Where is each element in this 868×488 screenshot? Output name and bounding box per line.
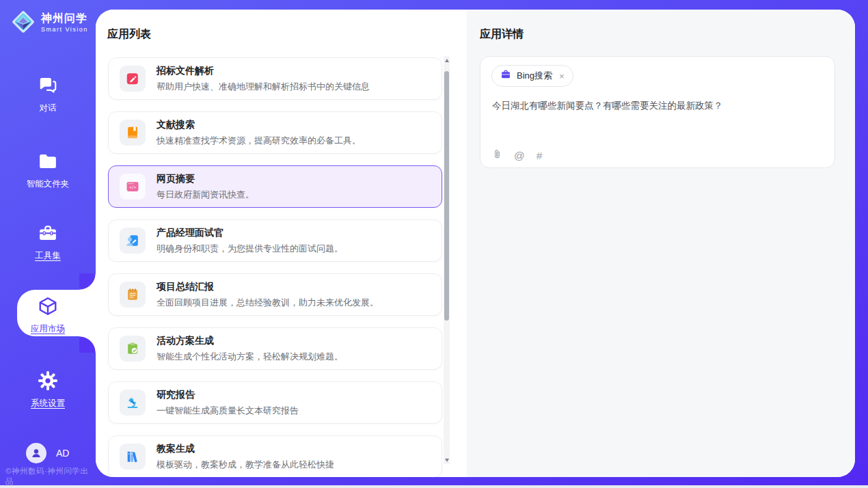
tool-tag-label: Bing搜索 bbox=[517, 70, 552, 82]
tool-tag-bing-search[interactable]: Bing搜索 × bbox=[491, 65, 573, 87]
sidebar-item-settings[interactable]: 系统设置 bbox=[0, 370, 96, 409]
sidebar: 神州问学 Smart Vision 对话 智能文件夹 bbox=[0, 0, 96, 485]
paperclip-icon[interactable] bbox=[492, 148, 502, 163]
app-card-bid-parse[interactable]: 招标文件解析 帮助用户快速、准确地理解和解析招标书中的关键信息 bbox=[108, 57, 442, 100]
book-icon bbox=[120, 120, 146, 146]
app-description: 模板驱动，教案秒成，教学准备从此轻松快捷 bbox=[157, 459, 334, 471]
app-name: 网页摘要 bbox=[157, 173, 254, 185]
app-card-literature-search[interactable]: 文献搜索 快速精准查找学术资源，提高研究效率的必备工具。 bbox=[108, 111, 442, 154]
avatar bbox=[26, 443, 46, 463]
app-card-research-report[interactable]: 研究报告 一键智能生成高质量长文本研究报告 bbox=[108, 381, 442, 424]
sidebar-item-app-market[interactable]: 应用市场 bbox=[0, 296, 96, 335]
scrollbar-thumb[interactable] bbox=[444, 71, 449, 321]
user-account[interactable]: AD bbox=[26, 443, 69, 463]
app-card-lesson-plan[interactable]: 教案生成 模板驱动，教案秒成，教学准备从此轻松快捷 bbox=[108, 435, 442, 477]
books-icon bbox=[120, 444, 146, 470]
app-name: 产品经理面试官 bbox=[157, 227, 343, 239]
interviewer-icon bbox=[120, 228, 146, 254]
scroll-down-arrow-icon[interactable] bbox=[444, 456, 450, 464]
brand-name: 神州问学 bbox=[41, 13, 88, 25]
app-description: 全面回顾项目进展，总结经验教训，助力未来优化发展。 bbox=[157, 297, 379, 309]
app-detail-title: 应用详情 bbox=[480, 27, 524, 42]
pen-square-icon bbox=[120, 66, 146, 92]
copyright-footer: ©神州数码·神州问学出品 bbox=[5, 466, 96, 487]
app-name: 招标文件解析 bbox=[157, 65, 370, 77]
briefcase-icon bbox=[500, 69, 511, 83]
sidebar-item-label: 系统设置 bbox=[31, 398, 65, 409]
chat-icon bbox=[38, 75, 58, 98]
prompt-card: Bing搜索 × 今日湖北有哪些新闻要点？有哪些需要关注的最新政策？ @ # bbox=[480, 56, 835, 168]
sidebar-item-label: 智能文件夹 bbox=[27, 178, 70, 190]
scroll-up-arrow-icon[interactable] bbox=[444, 56, 450, 64]
app-description: 帮助用户快速、准确地理解和解析招标书中的关键信息 bbox=[157, 81, 370, 93]
app-name: 活动方案生成 bbox=[157, 335, 343, 347]
svg-text:</>: </> bbox=[129, 185, 137, 189]
sidebar-item-label: 工具集 bbox=[35, 250, 61, 262]
diamond-logo-icon bbox=[10, 9, 36, 38]
app-name: 项目总结汇报 bbox=[157, 281, 379, 293]
app-detail-panel: 应用详情 Bing搜索 × 今日湖北有哪些新闻要点？有哪些需要关注的最新政策？ bbox=[467, 10, 855, 477]
mention-at-icon[interactable]: @ bbox=[514, 150, 525, 162]
app-card-project-summary[interactable]: 项目总结汇报 全面回顾项目进展，总结经验教训，助力未来优化发展。 bbox=[108, 273, 442, 316]
sidebar-item-label: 对话 bbox=[40, 103, 57, 114]
active-nav-curve-top bbox=[79, 273, 96, 290]
app-frame: 神州问学 Smart Vision 对话 智能文件夹 bbox=[0, 0, 868, 485]
user-name: AD bbox=[56, 448, 69, 459]
app-card-web-summary[interactable]: </> 网页摘要 每日政府新闻资讯快查。 bbox=[108, 165, 442, 208]
app-name: 文献搜索 bbox=[157, 119, 361, 131]
clipboard-check-icon bbox=[120, 336, 146, 362]
app-card-event-plan[interactable]: 活动方案生成 智能生成个性化活动方案，轻松解决规划难题。 bbox=[108, 327, 442, 370]
app-description: 一键智能生成高质量长文本研究报告 bbox=[157, 405, 299, 417]
app-description: 明确身份和职责，为您提供专业性的面试问题。 bbox=[157, 243, 343, 255]
hash-icon[interactable]: # bbox=[537, 150, 543, 162]
sidebar-item-toolset[interactable]: 工具集 bbox=[0, 223, 96, 262]
prompt-text-input[interactable]: 今日湖北有哪些新闻要点？有哪些需要关注的最新政策？ bbox=[492, 99, 821, 113]
person-icon bbox=[30, 447, 42, 459]
toolbox-icon bbox=[38, 223, 58, 246]
sidebar-item-label: 应用市场 bbox=[31, 323, 65, 335]
input-toolbar: @ # bbox=[492, 148, 542, 163]
microscope-icon bbox=[120, 390, 146, 416]
active-nav-curve-bottom bbox=[79, 336, 96, 353]
gear-icon bbox=[38, 370, 58, 394]
main-content: 应用列表 招标文件解析 帮助用户快速、准确地理解和解析招标书中的关键信息 bbox=[96, 10, 855, 477]
app-description: 智能生成个性化活动方案，轻松解决规划难题。 bbox=[157, 351, 343, 363]
brand-logo: 神州问学 Smart Vision bbox=[10, 9, 88, 38]
app-list-scrollbar[interactable] bbox=[444, 56, 450, 464]
app-list-panel: 应用列表 招标文件解析 帮助用户快速、准确地理解和解析招标书中的关键信息 bbox=[96, 10, 467, 477]
app-name: 研究报告 bbox=[157, 389, 299, 401]
sidebar-item-chat[interactable]: 对话 bbox=[0, 75, 96, 114]
app-description: 每日政府新闻资讯快查。 bbox=[157, 189, 254, 201]
browser-code-icon: </> bbox=[120, 174, 146, 200]
app-list-title: 应用列表 bbox=[107, 27, 151, 42]
folder-icon bbox=[38, 151, 58, 174]
cube-icon bbox=[38, 296, 58, 319]
app-description: 快速精准查找学术资源，提高研究效率的必备工具。 bbox=[157, 135, 361, 147]
sidebar-item-smart-folder[interactable]: 智能文件夹 bbox=[0, 151, 96, 190]
app-name: 教案生成 bbox=[157, 443, 334, 455]
brand-tagline: Smart Vision bbox=[41, 27, 88, 33]
notepad-icon bbox=[120, 282, 146, 308]
remove-tag-icon[interactable]: × bbox=[559, 72, 565, 81]
app-card-pm-interviewer[interactable]: 产品经理面试官 明确身份和职责，为您提供专业性的面试问题。 bbox=[108, 219, 442, 262]
